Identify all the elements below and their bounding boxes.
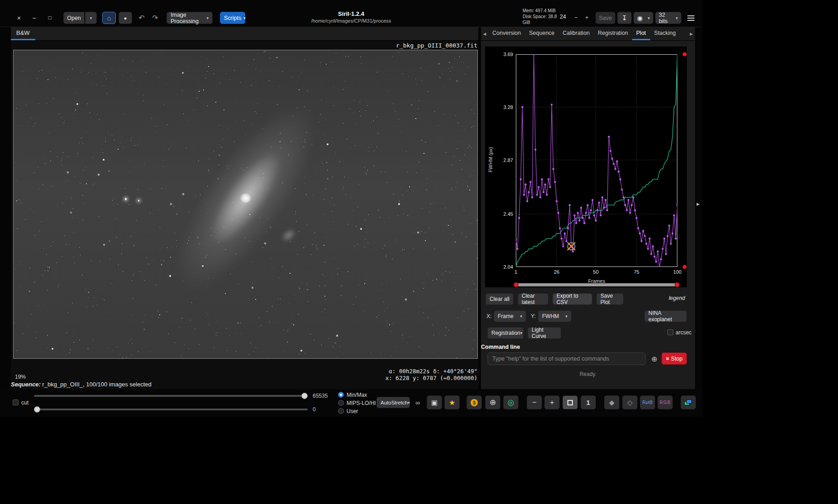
clear-latest-button[interactable]: Clear latest — [518, 293, 548, 305]
save-button[interactable]: Save — [595, 12, 615, 24]
threads-increase-button[interactable]: + — [582, 12, 592, 23]
y-tick-label: 3.69 — [496, 52, 513, 57]
chevron-down-icon: ▾ — [648, 16, 650, 20]
arcsec-checkbox[interactable] — [667, 329, 673, 335]
sequence-label: Sequence: — [11, 381, 41, 388]
link-channels-button[interactable]: ∞ — [412, 397, 424, 408]
clear-all-label: Clear all — [490, 296, 509, 302]
y-axis-label: Y: — [531, 313, 536, 319]
rgb-composition-button[interactable]: RGB — [657, 395, 673, 409]
tab-sequence[interactable]: Sequence — [525, 27, 558, 40]
y-range-upper-handle[interactable] — [682, 52, 687, 57]
scripts-menu-button[interactable]: Scripts ▾ — [220, 12, 245, 24]
radio-icon — [338, 392, 344, 398]
tabs-scroll-left-icon[interactable]: ◀ — [481, 27, 488, 40]
sequence-value: r_bkg_pp_OIII_, 100/100 images selected — [41, 381, 152, 388]
light-curve-button[interactable]: Light Curve — [528, 327, 561, 339]
export-csv-button[interactable]: Export to CSV — [552, 293, 592, 305]
light-curve-label: Light Curve — [532, 327, 557, 339]
display-mode-radio-user[interactable]: User — [338, 407, 358, 415]
low-level-slider-handle[interactable] — [34, 406, 40, 413]
menu-button[interactable] — [684, 12, 698, 24]
minimize-icon[interactable]: − — [29, 12, 40, 23]
tab-conversion[interactable]: Conversion — [488, 27, 525, 40]
redo-button[interactable]: ↷ — [149, 12, 161, 24]
annotations-button[interactable]: ⊕ — [485, 395, 500, 409]
star-detection-button[interactable]: ★ — [444, 395, 460, 409]
viewer-tabstrip: B&W — [11, 27, 478, 41]
threads-value[interactable]: 24 — [560, 14, 566, 20]
radio-icon — [338, 400, 344, 406]
tab-registration[interactable]: Registration — [594, 27, 632, 40]
photometry-button[interactable]: $ — [467, 395, 482, 409]
resources-info: Mem: 497.4 MiB Disk Space: 38.8 GiB — [523, 8, 558, 25]
record-button[interactable]: ● — [119, 12, 132, 24]
high-level-value: 65535 — [313, 393, 328, 399]
image-processing-menu-button[interactable]: Image Processing ▾ — [167, 12, 213, 24]
open-dropdown-button[interactable]: ▾ — [85, 12, 97, 24]
mirror-y-button[interactable]: ◇ — [622, 395, 638, 409]
minus-icon: − — [574, 14, 577, 21]
plot-area[interactable] — [516, 54, 677, 267]
frame-range-slider[interactable] — [516, 283, 677, 286]
mirror-x-button[interactable]: ◆ — [604, 395, 619, 409]
image-canvas[interactable] — [13, 50, 478, 359]
threads-decrease-button[interactable]: − — [571, 12, 581, 23]
open-button[interactable]: Open — [63, 12, 85, 24]
display-mode-radio-minmax[interactable]: Min/Max — [338, 390, 367, 399]
nina-exoplanet-button[interactable]: NINA exoplanet — [644, 310, 687, 322]
undo-button[interactable]: ↶ — [136, 12, 148, 24]
clear-all-button[interactable]: Clear all — [486, 293, 514, 305]
stretch-mode-value: AutoStretch — [381, 400, 408, 405]
stop-button[interactable]: × Stop — [662, 352, 687, 365]
stretch-mode-dropdown[interactable]: AutoStretch ▾ — [376, 397, 410, 408]
cut-checkbox[interactable] — [13, 399, 19, 405]
mips-label: MIPS-LO/HI — [347, 400, 376, 406]
bit-depth-dropdown[interactable]: 32 bits ▾ — [655, 12, 681, 24]
tab-plot[interactable]: Plot — [632, 27, 650, 40]
snapshot-button[interactable]: ◉ ▾ — [633, 12, 653, 24]
status-text: Ready. — [481, 371, 695, 377]
zoom-fit-button[interactable] — [562, 395, 578, 409]
y-axis-dropdown[interactable]: FWHM ▾ — [538, 310, 571, 322]
registration-dropdown[interactable]: Registration ▾ — [487, 327, 524, 339]
tab-stacking[interactable]: Stacking — [650, 27, 680, 40]
celestial-grid-button[interactable]: ◎ — [503, 395, 519, 409]
zoom-100-button[interactable]: 1 — [581, 395, 596, 409]
command-input[interactable] — [487, 352, 646, 365]
export-button[interactable]: ↧ — [617, 12, 632, 24]
home-button[interactable]: ⌂ — [102, 12, 116, 24]
rgb-icon: RGB — [660, 400, 671, 405]
y-range-lower-handle[interactable] — [682, 265, 687, 269]
high-level-slider[interactable] — [34, 395, 308, 397]
frame-range-right-handle[interactable] — [675, 282, 680, 287]
command-aux-button[interactable]: ⊕ — [648, 353, 660, 364]
high-level-slider-handle[interactable] — [301, 393, 308, 399]
open-label: Open — [67, 15, 81, 21]
tabs-scroll-right-icon[interactable]: ▶ — [688, 27, 695, 40]
hamburger-icon — [687, 15, 695, 21]
legend-label[interactable]: legend — [669, 295, 685, 301]
tab-calibration[interactable]: Calibration — [559, 27, 594, 40]
tab-bw[interactable]: B&W — [11, 27, 35, 40]
snapshot-to-clipboard-button[interactable]: ▣ — [427, 395, 442, 409]
clear-latest-label: Clear latest — [522, 293, 544, 305]
chevron-down-icon: ▾ — [243, 16, 246, 20]
plus-icon: + — [585, 14, 588, 21]
panel-expander-button[interactable]: ▶ — [695, 199, 701, 209]
siril-window: × − □ Open ▾ ⌂ ● ↶ ↷ Image Processing ▾ … — [0, 0, 702, 417]
zoom-out-button[interactable]: − — [527, 395, 542, 409]
download-icon: ↧ — [622, 14, 628, 22]
export-csv-label: Export to CSV — [557, 293, 588, 305]
low-level-slider[interactable] — [34, 409, 308, 410]
image-list-button[interactable] — [681, 395, 696, 409]
zoom-in-button[interactable]: + — [544, 395, 560, 409]
x-axis-dropdown[interactable]: Frame ▾ — [494, 310, 526, 322]
save-plot-button[interactable]: Save Plot — [596, 293, 624, 305]
globe-icon: ⊕ — [490, 398, 496, 407]
maximize-icon[interactable]: □ — [44, 12, 55, 23]
frame-range-left-handle[interactable] — [514, 282, 519, 287]
channel-swap-button[interactable]: R⇄B — [640, 395, 655, 409]
close-icon[interactable]: × — [14, 12, 24, 23]
display-mode-radio-mips[interactable]: MIPS-LO/HI — [338, 399, 376, 407]
